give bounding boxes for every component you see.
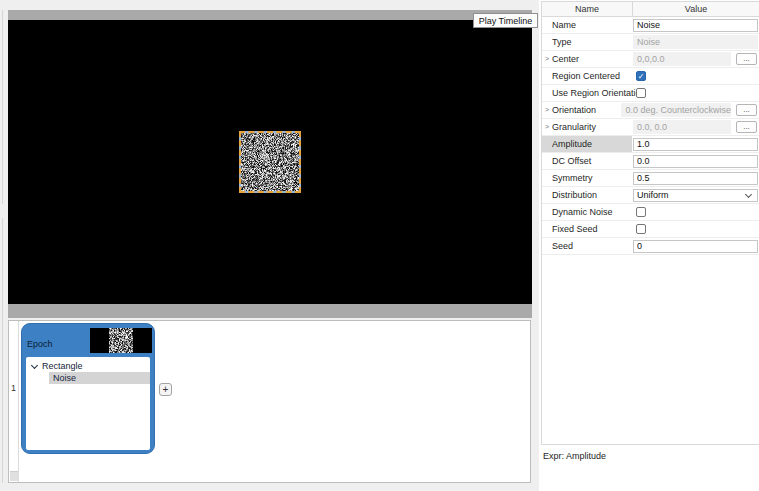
- epoch-title: Epoch: [27, 339, 53, 349]
- property-value-cell: [632, 238, 759, 254]
- property-row-dc-offset[interactable]: DC Offset: [542, 153, 759, 170]
- checkbox-region-centered[interactable]: ✓: [636, 71, 646, 81]
- property-value-cell: [632, 136, 759, 152]
- checkbox-dynamic-noise[interactable]: [636, 207, 646, 217]
- play-timeline-button[interactable]: Play Timeline: [473, 13, 538, 28]
- tree-item-rectangle[interactable]: Rectangle: [26, 360, 150, 372]
- epoch-block[interactable]: Epoch RectangleNoise: [21, 323, 155, 454]
- expander-icon[interactable]: >: [545, 106, 549, 113]
- property-value-cell: [632, 17, 759, 33]
- property-value-cell: [632, 221, 759, 237]
- property-name-cell: Seed: [542, 238, 632, 254]
- property-row-center[interactable]: >Center0,0,0.0...: [542, 51, 759, 68]
- timeline-scroll-corner: [10, 471, 18, 481]
- property-table: Name Value NameTypeNoise>Center0,0,0.0..…: [541, 1, 759, 445]
- tree-item-label: Rectangle: [42, 361, 83, 371]
- property-value-cell: Uniform: [632, 187, 759, 203]
- property-label: Symmetry: [552, 173, 593, 183]
- checkbox-fixed-seed[interactable]: [636, 224, 646, 234]
- property-name-cell: Symmetry: [542, 170, 632, 186]
- expression-status-label: Expr: Amplitude: [543, 451, 606, 461]
- stimulus-screen[interactable]: [8, 20, 532, 304]
- property-readonly-value: 0.0 deg. Counterclockwise: [621, 103, 731, 117]
- left-splitter[interactable]: [2, 10, 3, 204]
- display-top-bar: [8, 10, 532, 20]
- dropdown-selected-value: Uniform: [637, 190, 746, 200]
- app-window: Play Timeline 1 Epoch RectangleNoise + N…: [0, 0, 759, 491]
- property-row-amplitude[interactable]: Amplitude: [542, 136, 759, 153]
- property-name-cell: >Orientation: [542, 102, 620, 118]
- property-label: Orientation: [552, 105, 596, 115]
- property-row-dynamic-noise[interactable]: Dynamic Noise: [542, 204, 759, 221]
- display-bottom-bar: [8, 304, 532, 318]
- timeline-panel: 1 Epoch RectangleNoise +: [8, 320, 531, 483]
- property-row-seed[interactable]: Seed: [542, 238, 759, 255]
- timeline-gutter-divider: [18, 321, 19, 482]
- property-label: Granularity: [552, 122, 596, 132]
- tree-item-label: Noise: [53, 373, 76, 383]
- property-input-symmetry[interactable]: [633, 172, 758, 185]
- property-name-cell: Amplitude: [542, 136, 632, 152]
- property-name-cell: Use Region Orientation: [542, 85, 632, 101]
- ellipsis-button[interactable]: ...: [736, 104, 757, 116]
- property-input-seed[interactable]: [633, 240, 758, 253]
- property-label: Name: [552, 20, 576, 30]
- column-header-value: Value: [632, 2, 759, 16]
- column-header-name: Name: [542, 2, 632, 16]
- dropdown-distribution[interactable]: Uniform: [633, 189, 758, 202]
- property-value-cell: [632, 153, 759, 169]
- property-value-cell: 0.0 deg. Counterclockwise...: [620, 102, 759, 118]
- property-row-orientation[interactable]: >Orientation0.0 deg. Counterclockwise...: [542, 102, 759, 119]
- property-input-name[interactable]: [633, 19, 758, 32]
- property-input-dc-offset[interactable]: [633, 155, 758, 168]
- property-name-cell: Region Centered: [542, 68, 632, 84]
- property-value-cell: ✓: [632, 68, 759, 84]
- property-label: Dynamic Noise: [552, 207, 613, 217]
- ellipsis-button[interactable]: ...: [736, 53, 757, 65]
- checkbox-use-region-orientation[interactable]: [636, 88, 646, 98]
- property-value-cell: 0,0,0.0...: [632, 51, 759, 67]
- epoch-thumbnail: [90, 328, 152, 353]
- property-label: Type: [552, 37, 572, 47]
- property-name-cell: Fixed Seed: [542, 221, 632, 237]
- property-name-cell: >Center: [542, 51, 632, 67]
- property-row-use-region-orientation[interactable]: Use Region Orientation: [542, 85, 759, 102]
- property-name-cell: Name: [542, 17, 632, 33]
- property-value-cell: [632, 85, 759, 101]
- property-row-name[interactable]: Name: [542, 17, 759, 34]
- stimulus-display: [8, 10, 532, 318]
- property-name-cell: Distribution: [542, 187, 632, 203]
- property-readonly-value: Noise: [633, 35, 758, 49]
- property-name-cell: DC Offset: [542, 153, 632, 169]
- property-value-cell: [632, 170, 759, 186]
- expander-icon[interactable]: >: [545, 55, 549, 62]
- add-epoch-button[interactable]: +: [159, 383, 172, 396]
- property-label: Seed: [552, 241, 573, 251]
- left-splitter[interactable]: [2, 218, 3, 483]
- property-row-fixed-seed[interactable]: Fixed Seed: [542, 221, 759, 238]
- epoch-thumbnail-noise: [109, 328, 133, 353]
- noise-stimulus[interactable]: [241, 133, 299, 191]
- property-value-cell: 0.0, 0.0...: [632, 119, 759, 135]
- property-row-granularity[interactable]: >Granularity0.0, 0.0...: [542, 119, 759, 136]
- property-row-type[interactable]: TypeNoise: [542, 34, 759, 51]
- timeline-row-number: 1: [9, 383, 18, 393]
- ellipsis-button[interactable]: ...: [736, 121, 757, 133]
- property-readonly-value: 0.0, 0.0: [633, 120, 731, 134]
- property-panel: Name Value NameTypeNoise>Center0,0,0.0..…: [539, 0, 759, 491]
- tree-item-noise[interactable]: Noise: [49, 372, 150, 384]
- property-row-distribution[interactable]: DistributionUniform: [542, 187, 759, 204]
- property-row-symmetry[interactable]: Symmetry: [542, 170, 759, 187]
- noise-stimulus-selection[interactable]: [239, 131, 301, 193]
- property-name-cell: >Granularity: [542, 119, 632, 135]
- property-name-cell: Dynamic Noise: [542, 204, 632, 220]
- property-label: Fixed Seed: [552, 224, 598, 234]
- property-row-region-centered[interactable]: Region Centered✓: [542, 68, 759, 85]
- chevron-down-icon[interactable]: [31, 361, 38, 368]
- property-table-header: Name Value: [542, 2, 759, 17]
- property-label: Center: [552, 54, 579, 64]
- expander-icon[interactable]: >: [545, 123, 549, 130]
- property-value-cell: Noise: [632, 34, 759, 50]
- property-label: Distribution: [552, 190, 597, 200]
- property-input-amplitude[interactable]: [633, 138, 758, 151]
